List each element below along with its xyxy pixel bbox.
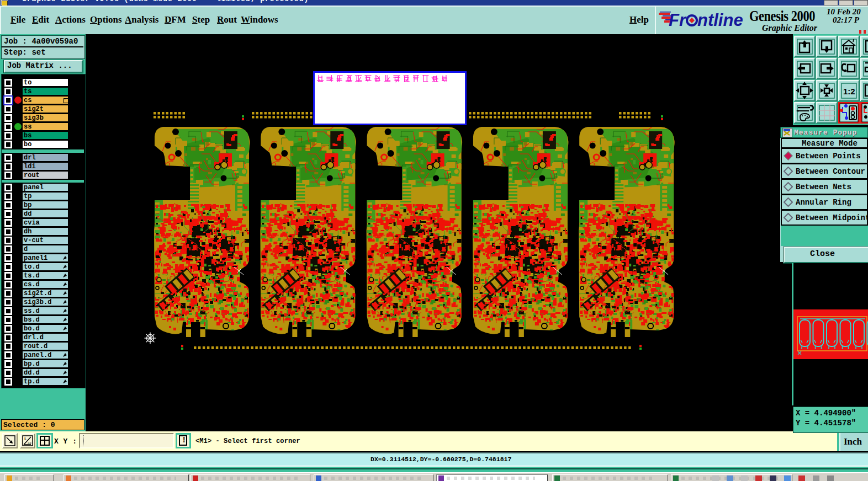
svg-text:1:2: 1:2 (843, 87, 855, 96)
